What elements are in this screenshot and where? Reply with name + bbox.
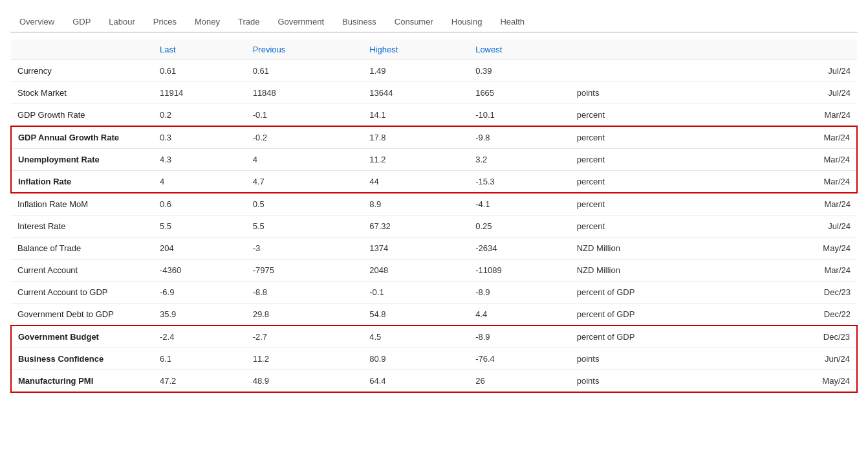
table-row[interactable]: Government Debt to GDP35.929.854.84.4per… bbox=[11, 304, 857, 326]
val-previous: -7975 bbox=[246, 260, 363, 282]
tab-consumer[interactable]: Consumer bbox=[385, 12, 442, 33]
table-row[interactable]: Interest Rate5.55.567.320.25percentJul/2… bbox=[11, 215, 857, 238]
val-unit: percent bbox=[570, 215, 752, 238]
val-date: Dec/22 bbox=[752, 304, 857, 326]
tab-business[interactable]: Business bbox=[333, 12, 385, 33]
val-previous: 48.9 bbox=[246, 370, 363, 393]
indicator-name: Government Debt to GDP bbox=[11, 304, 153, 326]
indicator-name: Interest Rate bbox=[11, 215, 153, 238]
val-date: Mar/24 bbox=[752, 193, 857, 215]
col-header-name bbox=[11, 39, 153, 60]
tab-health[interactable]: Health bbox=[491, 12, 534, 33]
val-date: Jul/24 bbox=[752, 60, 857, 82]
val-unit: percent bbox=[570, 126, 752, 149]
val-highest: 11.2 bbox=[363, 149, 469, 171]
table-row[interactable]: Current Account-4360-79752048-11089NZD M… bbox=[11, 260, 857, 282]
table-row[interactable]: Government Budget-2.4-2.74.5-8.9percent … bbox=[11, 326, 857, 348]
table-row[interactable]: Manufacturing PMI47.248.964.426pointsMay… bbox=[11, 370, 857, 393]
tabs-nav: OverviewGDPLabourPricesMoneyTradeGovernm… bbox=[10, 12, 858, 33]
table-row[interactable]: Currency0.610.611.490.39Jul/24 bbox=[11, 60, 857, 82]
tab-housing[interactable]: Housing bbox=[442, 12, 492, 33]
val-unit: points bbox=[570, 370, 752, 393]
val-previous: 11848 bbox=[246, 82, 363, 104]
val-highest: 44 bbox=[363, 171, 469, 193]
table-row[interactable]: Unemployment Rate4.3411.23.2percentMar/2… bbox=[11, 149, 857, 171]
val-unit: NZD Million bbox=[570, 238, 752, 260]
val-date: May/24 bbox=[752, 370, 857, 393]
val-lowest: -76.4 bbox=[469, 348, 570, 370]
val-previous: 11.2 bbox=[246, 348, 363, 370]
col-header-date bbox=[752, 39, 857, 60]
val-unit: percent of GDP bbox=[570, 304, 752, 326]
val-highest: 64.4 bbox=[363, 370, 469, 393]
val-last: -6.9 bbox=[153, 282, 246, 304]
tab-government[interactable]: Government bbox=[268, 12, 333, 33]
indicator-name: Government Budget bbox=[11, 326, 153, 348]
val-date: Jul/24 bbox=[752, 82, 857, 104]
val-highest: 67.32 bbox=[363, 215, 469, 238]
indicator-name: GDP Annual Growth Rate bbox=[11, 126, 153, 149]
val-last: 35.9 bbox=[153, 304, 246, 326]
val-last: 0.2 bbox=[153, 104, 246, 127]
table-row[interactable]: Inflation Rate MoM0.60.58.9-4.1percentMa… bbox=[11, 193, 857, 215]
val-unit bbox=[570, 60, 752, 82]
tab-gdp[interactable]: GDP bbox=[63, 12, 100, 33]
val-last: 6.1 bbox=[153, 348, 246, 370]
val-previous: -3 bbox=[246, 238, 363, 260]
val-previous: 29.8 bbox=[246, 304, 363, 326]
val-lowest: 26 bbox=[469, 370, 570, 393]
val-last: 0.3 bbox=[153, 126, 246, 149]
val-date: Mar/24 bbox=[752, 171, 857, 193]
val-previous: -0.2 bbox=[246, 126, 363, 149]
val-highest: 17.8 bbox=[363, 126, 469, 149]
val-lowest: 0.25 bbox=[469, 215, 570, 238]
val-unit: percent bbox=[570, 149, 752, 171]
val-last: -2.4 bbox=[153, 326, 246, 348]
val-highest: 2048 bbox=[363, 260, 469, 282]
table-row[interactable]: Balance of Trade204-31374-2634NZD Millio… bbox=[11, 238, 857, 260]
col-header-unit bbox=[570, 39, 752, 60]
tab-money[interactable]: Money bbox=[186, 12, 229, 33]
indicator-name: Balance of Trade bbox=[11, 238, 153, 260]
val-date: Dec/23 bbox=[752, 326, 857, 348]
tab-trade[interactable]: Trade bbox=[229, 12, 268, 33]
val-highest: 54.8 bbox=[363, 304, 469, 326]
tab-prices[interactable]: Prices bbox=[144, 12, 186, 33]
val-date: Mar/24 bbox=[752, 149, 857, 171]
indicator-name: GDP Growth Rate bbox=[11, 104, 153, 127]
table-row[interactable]: Current Account to GDP-6.9-8.8-0.1-8.9pe… bbox=[11, 282, 857, 304]
val-unit: percent bbox=[570, 193, 752, 215]
val-date: Mar/24 bbox=[752, 126, 857, 149]
val-lowest: -8.9 bbox=[469, 326, 570, 348]
table-row[interactable]: Stock Market1191411848136441665pointsJul… bbox=[11, 82, 857, 104]
val-unit: percent of GDP bbox=[570, 282, 752, 304]
tab-overview[interactable]: Overview bbox=[10, 12, 63, 33]
val-highest: 4.5 bbox=[363, 326, 469, 348]
val-lowest: -4.1 bbox=[469, 193, 570, 215]
val-highest: 13644 bbox=[363, 82, 469, 104]
val-lowest: 3.2 bbox=[469, 149, 570, 171]
col-header-highest: Highest bbox=[363, 39, 469, 60]
table-row[interactable]: Business Confidence6.111.280.9-76.4point… bbox=[11, 348, 857, 370]
indicator-name: Inflation Rate MoM bbox=[11, 193, 153, 215]
tab-labour[interactable]: Labour bbox=[100, 12, 144, 33]
val-lowest: -11089 bbox=[469, 260, 570, 282]
table-header-row: Last Previous Highest Lowest bbox=[11, 39, 857, 60]
val-unit: points bbox=[570, 82, 752, 104]
val-lowest: 1665 bbox=[469, 82, 570, 104]
val-previous: -8.8 bbox=[246, 282, 363, 304]
val-previous: 0.61 bbox=[246, 60, 363, 82]
table-row[interactable]: Inflation Rate44.744-15.3percentMar/24 bbox=[11, 171, 857, 193]
val-last: 204 bbox=[153, 238, 246, 260]
val-last: 47.2 bbox=[153, 370, 246, 393]
val-lowest: -10.1 bbox=[469, 104, 570, 127]
table-row[interactable]: GDP Annual Growth Rate0.3-0.217.8-9.8per… bbox=[11, 126, 857, 149]
indicator-name: Unemployment Rate bbox=[11, 149, 153, 171]
col-header-last: Last bbox=[153, 39, 246, 60]
indicator-name: Current Account to GDP bbox=[11, 282, 153, 304]
val-highest: 1.49 bbox=[363, 60, 469, 82]
val-lowest: -15.3 bbox=[469, 171, 570, 193]
page-wrapper: OverviewGDPLabourPricesMoneyTradeGovernm… bbox=[0, 0, 868, 399]
val-last: -4360 bbox=[153, 260, 246, 282]
table-row[interactable]: GDP Growth Rate0.2-0.114.1-10.1percentMa… bbox=[11, 104, 857, 127]
